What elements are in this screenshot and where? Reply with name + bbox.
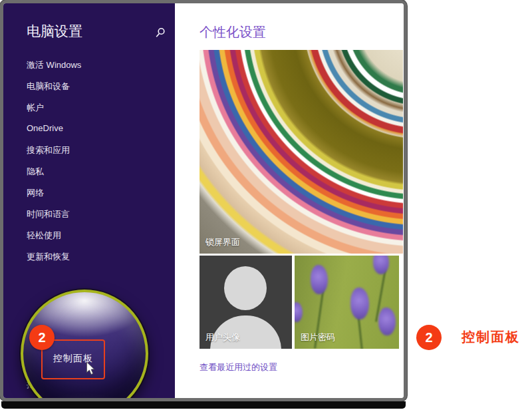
recently-used-settings-link[interactable]: 查看最近用过的设置: [200, 361, 277, 373]
picture-password-tile[interactable]: 图片密码: [295, 256, 399, 349]
step-2-badge: 2: [29, 325, 55, 350]
sidebar-item-activate-windows[interactable]: 激活 Windows: [27, 59, 81, 71]
account-picture-tile[interactable]: 用户头像: [200, 256, 292, 349]
sidebar-item-time-and-language[interactable]: 时间和语言: [27, 208, 70, 220]
avatar-icon: [224, 266, 267, 310]
sidebar-item-update-and-recovery[interactable]: 更新和恢复: [27, 251, 70, 263]
search-icon[interactable]: [155, 27, 166, 38]
lock-screen-tile-label: 锁屏界面: [205, 236, 240, 248]
sidebar-item-network[interactable]: 网络: [27, 187, 44, 199]
lock-screen-tile[interactable]: 锁屏界面: [200, 50, 403, 254]
sidebar-item-pc-and-devices[interactable]: 电脑和设备: [27, 81, 70, 93]
lavender-flower: [350, 288, 369, 319]
lavender-flower: [378, 308, 396, 335]
pc-settings-window: 电脑设置 激活 Windows 电脑和设备 帐户 OneDrive 搜索和应用 …: [0, 0, 407, 401]
lavender-flower: [295, 302, 303, 322]
step-2-annotation-label: 控制面板: [462, 328, 520, 346]
lavender-flower: [311, 265, 328, 294]
mouse-cursor-icon: [85, 362, 96, 375]
sidebar-item-accounts[interactable]: 帐户: [27, 102, 44, 114]
lavender-flower: [373, 256, 389, 274]
settings-sidebar: 电脑设置 激活 Windows 电脑和设备 帐户 OneDrive 搜索和应用 …: [3, 3, 175, 398]
step-2-annotation-badge: 2: [416, 325, 442, 350]
screenshot-canvas: 电脑设置 激活 Windows 电脑和设备 帐户 OneDrive 搜索和应用 …: [0, 0, 532, 410]
personalization-panel: 个性化设置 锁屏界面 用户头像 图片密码 查看最近用过的设置: [175, 3, 404, 398]
sidebar-item-search-and-apps[interactable]: 搜索和应用: [27, 144, 70, 156]
picture-password-tile-label: 图片密码: [301, 331, 335, 343]
account-picture-tile-label: 用户头像: [205, 331, 240, 343]
sidebar-item-ease-of-access[interactable]: 轻松使用: [27, 230, 61, 242]
window-bottom-shadow: [1, 401, 406, 409]
sidebar-item-privacy[interactable]: 隐私: [27, 166, 44, 178]
sidebar-item-onedrive[interactable]: OneDrive: [27, 123, 63, 133]
page-title: 电脑设置: [27, 22, 82, 41]
section-heading: 个性化设置: [200, 23, 266, 41]
